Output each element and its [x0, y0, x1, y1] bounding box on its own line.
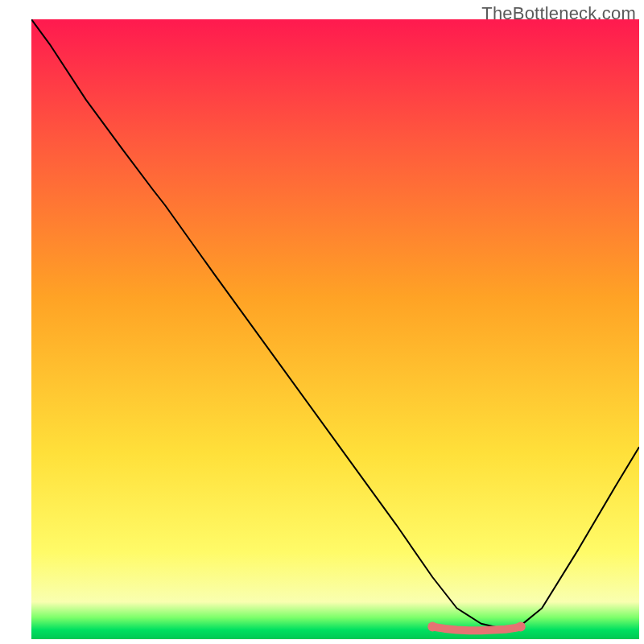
chart-svg — [31, 19, 639, 639]
watermark-text: TheBottleneck.com — [481, 3, 636, 24]
series-highlight-band — [432, 627, 520, 631]
chart-background — [31, 19, 639, 639]
chart-plot-area — [31, 19, 639, 639]
series-highlight-band-dot — [514, 624, 521, 630]
series-highlight-band-endpoint — [427, 622, 437, 632]
